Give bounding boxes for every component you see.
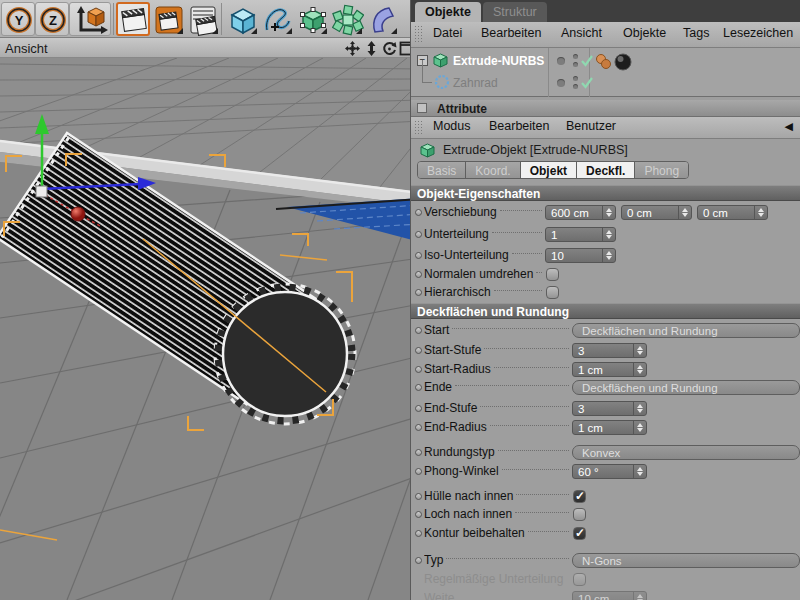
unterteilung-field[interactable]: 1 [545,227,616,242]
anim-dot[interactable] [415,530,422,537]
tab-struktur[interactable]: Struktur [483,2,547,22]
anim-dot[interactable] [415,366,422,373]
menu-bearbeiten[interactable]: Bearbeiten [489,119,549,133]
section-header[interactable]: Deckflächen und Rundung [411,303,800,319]
tree-label[interactable]: Extrude-NURBS [453,54,544,68]
menu-tags[interactable]: Tags [683,26,709,40]
material-tag-icon[interactable] [595,53,613,70]
anim-dot[interactable] [415,557,422,564]
rundungstyp-dropdown[interactable]: Konvex [572,445,800,460]
anim-dot[interactable] [415,231,422,238]
start-stufe-field[interactable]: 3 [572,343,647,358]
start-radius-field[interactable]: 1 cm [572,362,647,377]
add-deformer-button[interactable] [365,2,399,36]
huelle-nach-innen-checkbox[interactable]: ✓ [573,490,586,503]
tab-phong[interactable]: Phong [635,162,688,178]
end-stufe-field[interactable]: 3 [572,401,647,416]
texture-tag-icon[interactable] [614,53,632,71]
tab-deckfl[interactable]: Deckfl. [577,162,635,178]
viewport-rotate-icon[interactable] [382,41,397,56]
normalen-umdrehen-checkbox[interactable] [546,268,559,281]
typ-dropdown[interactable]: N-Gons [572,553,800,568]
tree-row-zahnrad[interactable]: Zahnrad [411,72,800,94]
render-picture-viewer-button[interactable] [151,2,185,36]
anim-dot[interactable] [415,252,422,259]
stepper-icon[interactable] [633,465,646,478]
iso-unterteilung-field[interactable]: 10 [545,248,616,263]
menubar-grip[interactable] [414,25,424,44]
verschiebung-x-field[interactable]: 600 cm [545,205,616,220]
phong-winkel-field[interactable]: 60 ° [572,464,647,479]
lock-z-axis-button[interactable]: Z [35,2,69,36]
menu-objekte[interactable]: Objekte [623,26,666,40]
anim-dot[interactable] [415,449,422,456]
stepper-icon[interactable] [633,344,646,357]
add-modeling-object-button[interactable] [330,2,364,36]
add-spline-button[interactable] [260,2,294,36]
panel-collapse-arrow-icon[interactable]: ◀ [785,120,793,133]
end-radius-field[interactable]: 1 cm [572,420,647,435]
add-nurbs-button[interactable] [295,2,329,36]
viewport-move-icon[interactable] [345,41,360,56]
tab-objekte[interactable]: Objekte [415,2,481,22]
anim-dot[interactable] [415,271,422,278]
kontur-beibehalten-checkbox[interactable]: ✓ [573,527,586,540]
world-axis-icon [71,4,111,36]
editor-visibility-dot[interactable] [573,54,578,59]
anim-dot[interactable] [415,209,422,216]
start-dropdown[interactable]: Deckflächen und Rundung [572,323,800,338]
anim-dot[interactable] [415,347,422,354]
enable-dot[interactable] [557,57,565,65]
menu-modus[interactable]: Modus [433,119,471,133]
ende-dropdown[interactable]: Deckflächen und Rundung [572,380,800,395]
menubar-grip[interactable] [414,120,424,135]
loch-nach-innen-checkbox[interactable] [573,508,586,521]
hierarchisch-checkbox[interactable] [546,286,559,299]
render-settings-button[interactable] [186,2,220,36]
section-header[interactable]: Objekt-Eigenschaften [411,185,800,201]
anim-dot[interactable] [415,405,422,412]
axis-origin-handle[interactable] [36,186,47,197]
tree-row-extrude-nurbs[interactable]: − Extrude-NURBS [411,50,800,72]
viewport-zoom-icon[interactable] [364,41,379,56]
stepper-icon[interactable] [678,206,691,219]
enabled-check-icon[interactable] [581,77,593,89]
stepper-icon[interactable] [633,363,646,376]
render-visibility-dot[interactable] [573,62,578,67]
verschiebung-y-field[interactable]: 0 cm [621,205,692,220]
menu-datei[interactable]: Datei [433,26,462,40]
enable-dot[interactable] [557,79,565,87]
tab-objekt[interactable]: Objekt [521,162,577,178]
menu-benutzer[interactable]: Benutzer [566,119,616,133]
render-visibility-dot[interactable] [573,84,578,89]
tab-basis[interactable]: Basis [418,162,466,178]
coordinate-system-button[interactable] [69,2,111,36]
anim-dot[interactable] [415,289,422,296]
anim-dot[interactable] [415,493,422,500]
enabled-check-icon[interactable] [581,55,593,67]
anim-dot[interactable] [415,384,422,391]
stepper-icon[interactable] [754,206,767,219]
stepper-icon[interactable] [633,402,646,415]
tab-koord[interactable]: Koord. [466,162,520,178]
x-axis-ball[interactable] [71,207,85,221]
menu-ansicht[interactable]: Ansicht [561,26,602,40]
add-primitive-cube-button[interactable] [225,2,259,36]
anim-dot[interactable] [415,424,422,431]
render-view-button[interactable] [116,2,150,36]
verschiebung-z-field[interactable]: 0 cm [697,205,768,220]
stepper-icon[interactable] [602,206,615,219]
lock-y-axis-button[interactable]: Y [1,2,35,36]
tree-label[interactable]: Zahnrad [453,76,498,90]
viewport-menu-ansicht[interactable]: Ansicht [5,41,48,56]
menu-lesezeichen[interactable]: Lesezeichen [723,26,793,40]
anim-dot[interactable] [415,327,422,334]
editor-visibility-dot[interactable] [573,76,578,81]
stepper-icon[interactable] [633,421,646,434]
anim-dot[interactable] [415,468,422,475]
viewport-3d[interactable] [0,58,420,600]
anim-dot[interactable] [415,511,422,518]
stepper-icon[interactable] [602,249,615,262]
menu-bearbeiten[interactable]: Bearbeiten [481,26,541,40]
stepper-icon[interactable] [602,228,615,241]
